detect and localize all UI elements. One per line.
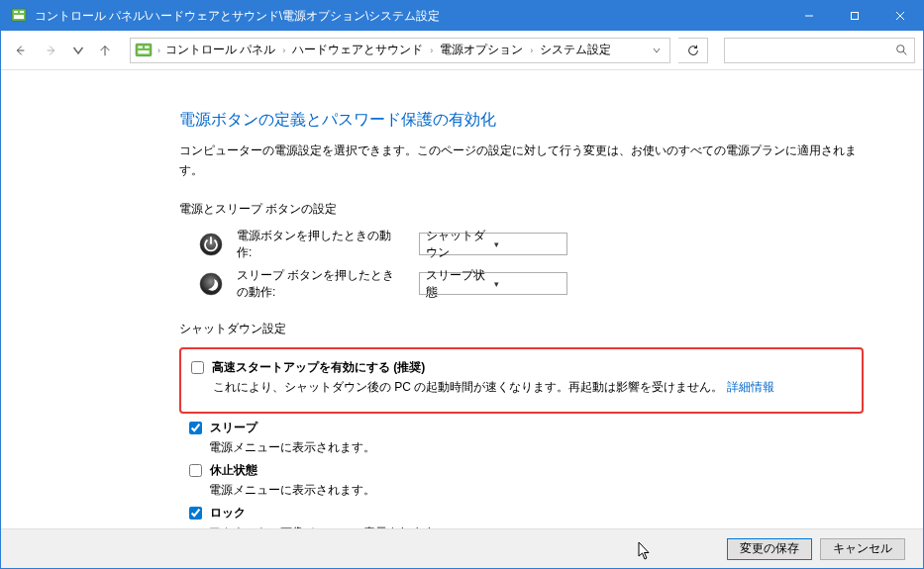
up-button[interactable] <box>94 40 116 61</box>
hibernate-label: 休止状態 <box>210 462 257 479</box>
chevron-right-icon: › <box>530 46 533 55</box>
fast-startup-desc: これにより、シャットダウン後の PC の起動時間が速くなります。再起動は影響を受… <box>213 379 852 396</box>
lock-row: ロック <box>189 505 864 522</box>
back-button[interactable] <box>9 40 31 61</box>
hibernate-checkbox[interactable] <box>189 464 202 477</box>
save-button[interactable]: 変更の保存 <box>727 538 812 560</box>
power-button-row: 電源ボタンを押したときの動作: シャットダウン ▾ <box>199 228 864 261</box>
window-title: コントロール パネル\ハードウェアとサウンド\電源オプション\システム設定 <box>35 8 786 25</box>
shutdown-section: シャットダウン設定 高速スタートアップを有効にする (推奨) これにより、シャッ… <box>179 321 864 541</box>
chevron-down-icon: ▾ <box>494 239 563 249</box>
chevron-right-icon: › <box>430 46 433 55</box>
select-value: スリープ状態 <box>426 267 494 301</box>
search-input[interactable] <box>725 39 888 62</box>
sleep-button-select[interactable]: スリープ状態 ▾ <box>419 272 567 295</box>
fast-startup-row: 高速スタートアップを有効にする (推奨) <box>191 359 852 376</box>
svg-rect-12 <box>145 46 150 47</box>
power-button-select[interactable]: シャットダウン ▾ <box>419 233 567 255</box>
page-title: 電源ボタンの定義とパスワード保護の有効化 <box>179 110 864 131</box>
fast-startup-link[interactable]: 詳細情報 <box>727 380 774 394</box>
page-description: コンピューターの電源設定を選択できます。このページの設定に対して行う変更は、お使… <box>179 141 864 181</box>
toolbar: › コントロール パネル› ハードウェアとサウンド› 電源オプション› システム… <box>1 31 923 70</box>
control-panel-icon <box>11 8 27 24</box>
power-icon <box>199 233 223 256</box>
chevron-down-icon: ▾ <box>494 279 563 289</box>
svg-rect-10 <box>136 44 152 55</box>
fast-startup-label: 高速スタートアップを有効にする (推奨) <box>212 359 425 376</box>
svg-rect-5 <box>852 13 859 20</box>
power-button-label: 電源ボタンを押したときの動作: <box>237 228 405 261</box>
search-box[interactable] <box>724 38 915 63</box>
maximize-button[interactable] <box>832 1 877 31</box>
svg-rect-1 <box>14 11 18 13</box>
breadcrumb-item[interactable]: ハードウェアとサウンド <box>288 42 427 58</box>
content: 電源ボタンの定義とパスワード保護の有効化 コンピューターの電源設定を選択できます… <box>1 70 923 567</box>
history-dropdown[interactable] <box>72 40 84 61</box>
breadcrumb-item[interactable]: 電源オプション <box>436 42 527 58</box>
chevron-right-icon: › <box>157 46 160 55</box>
window-controls <box>786 1 923 31</box>
breadcrumb-item[interactable]: システム設定 <box>536 42 615 58</box>
svg-rect-13 <box>138 50 149 53</box>
section-power-sleep-label: 電源とスリープ ボタンの設定 <box>179 201 864 218</box>
refresh-button[interactable] <box>678 38 708 63</box>
svg-line-15 <box>903 51 906 54</box>
breadcrumb-item[interactable]: コントロール パネル <box>161 42 279 58</box>
minimize-button[interactable] <box>786 1 832 31</box>
svg-point-14 <box>896 46 903 52</box>
lock-checkbox[interactable] <box>189 507 202 520</box>
select-value: シャットダウン <box>426 228 494 261</box>
chevron-right-icon: › <box>282 46 285 55</box>
fast-startup-checkbox[interactable] <box>191 361 204 374</box>
cancel-button[interactable]: キャンセル <box>820 538 905 560</box>
fast-startup-highlight: 高速スタートアップを有効にする (推奨) これにより、シャットダウン後の PC … <box>179 347 864 414</box>
cursor-icon <box>638 542 652 560</box>
section-shutdown-label: シャットダウン設定 <box>179 321 864 337</box>
forward-button[interactable] <box>41 40 62 61</box>
svg-rect-3 <box>14 15 24 19</box>
lock-label: ロック <box>210 505 246 522</box>
breadcrumb-icon <box>135 42 153 59</box>
close-button[interactable] <box>877 1 923 31</box>
sleep-label: スリープ <box>210 420 257 436</box>
svg-rect-2 <box>20 11 24 13</box>
sleep-icon <box>199 272 223 296</box>
footer-bar: 変更の保存 キャンセル <box>1 528 923 568</box>
breadcrumb[interactable]: › コントロール パネル› ハードウェアとサウンド› 電源オプション› システム… <box>130 38 670 63</box>
svg-rect-11 <box>138 46 143 47</box>
sleep-row: スリープ <box>189 420 864 436</box>
sleep-button-row: スリープ ボタンを押したときの動作: スリープ状態 ▾ <box>199 267 864 301</box>
sleep-checkbox[interactable] <box>189 422 202 434</box>
sleep-desc: 電源メニューに表示されます。 <box>209 439 864 456</box>
hibernate-desc: 電源メニューに表示されます。 <box>209 482 864 499</box>
sleep-button-label: スリープ ボタンを押したときの動作: <box>237 267 405 301</box>
hibernate-row: 休止状態 <box>189 462 864 479</box>
svg-point-17 <box>200 273 222 295</box>
nav-buttons <box>9 40 116 61</box>
breadcrumb-dropdown[interactable] <box>648 47 666 54</box>
titlebar: コントロール パネル\ハードウェアとサウンド\電源オプション\システム設定 <box>1 1 923 31</box>
search-icon[interactable] <box>888 39 914 62</box>
breadcrumb-items: コントロール パネル› ハードウェアとサウンド› 電源オプション› システム設定 <box>161 42 648 58</box>
